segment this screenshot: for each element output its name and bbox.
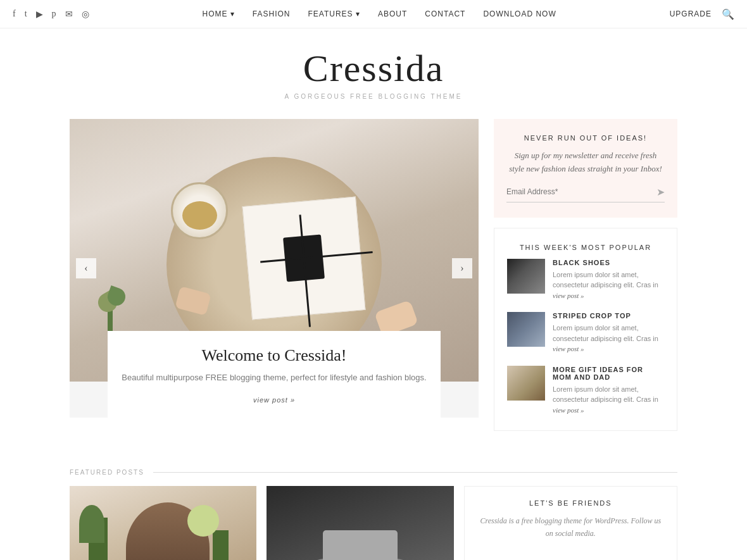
featured-image-1 — [70, 486, 256, 560]
email-input-wrap: ➤ — [506, 186, 665, 202]
popular-post-title-3: MORE GIFT IDEAS FOR MOM AND DAD — [553, 366, 664, 381]
send-icon[interactable]: ➤ — [656, 186, 665, 198]
featured-image-2 — [267, 486, 453, 560]
popular-info-2: STRIPED CROP TOP Lorem ipsum dolor sit a… — [553, 312, 664, 354]
site-header: Cressida A GORGEOUS FREE BLOGGING THEME — [0, 28, 747, 113]
popular-excerpt-2: Lorem ipsum dolor sit amet, consectetur … — [553, 323, 664, 354]
slider-caption: Welcome to Cressida! Beautiful multipurp… — [108, 331, 441, 418]
slider-next-button[interactable]: › — [452, 258, 472, 278]
search-icon[interactable]: 🔍 — [722, 8, 734, 20]
featured-grid: LET'S BE FRIENDS Cressida is a free blog… — [70, 486, 677, 560]
popular-item-3: MORE GIFT IDEAS FOR MOM AND DAD Lorem ip… — [507, 366, 664, 416]
hero-slider: ‹ › Welcome to Cressida! Beautiful multi… — [70, 119, 479, 418]
popular-info-3: MORE GIFT IDEAS FOR MOM AND DAD Lorem ip… — [553, 366, 664, 416]
nav-home[interactable]: HOME ▾ — [202, 9, 234, 18]
section-header: FEATURED POSTS — [70, 469, 677, 476]
popular-excerpt-1: Lorem ipsum dolor sit amet, consectetur … — [553, 270, 664, 301]
popular-link-2[interactable]: view post » — [553, 345, 584, 352]
upgrade-link[interactable]: UPGRADE — [670, 9, 712, 18]
newsletter-text: Sign up for my newsletter and receive fr… — [506, 149, 665, 176]
featured-card-2 — [267, 486, 453, 560]
email-icon[interactable]: ✉ — [65, 9, 73, 20]
facebook-icon[interactable]: f — [13, 9, 16, 19]
email-input[interactable] — [506, 187, 656, 196]
newsletter-title: NEVER RUN OUT OF IDEAS! — [506, 134, 665, 142]
popular-thumb-2 — [507, 312, 545, 347]
sidebar: NEVER RUN OUT OF IDEAS! Sign up for my n… — [494, 119, 677, 431]
twitter-icon[interactable]: t — [25, 9, 27, 19]
content-column: ‹ › Welcome to Cressida! Beautiful multi… — [70, 119, 479, 431]
main-content: ‹ › Welcome to Cressida! Beautiful multi… — [0, 119, 747, 431]
lets-be-friends-text: Cressida is a free blogging theme for Wo… — [477, 514, 664, 540]
site-title: Cressida — [13, 47, 734, 89]
site-tagline: A GORGEOUS FREE BLOGGING THEME — [13, 93, 734, 100]
nav-contact[interactable]: CONTACT — [425, 9, 465, 18]
lets-be-friends-title: LET'S BE FRIENDS — [477, 499, 664, 507]
popular-thumb-3 — [507, 366, 545, 401]
section-divider — [153, 472, 677, 473]
slider-view-post-link[interactable]: view post » — [253, 396, 295, 404]
nav-features[interactable]: FEATURES ▾ — [308, 9, 360, 18]
featured-card-1 — [70, 486, 256, 560]
slider-post-title: Welcome to Cressida! — [120, 346, 428, 365]
popular-thumb-1 — [507, 259, 545, 294]
popular-posts-title: THIS WEEK'S MOST POPULAR — [507, 244, 664, 251]
popular-item-2: STRIPED CROP TOP Lorem ipsum dolor sit a… — [507, 312, 664, 354]
nav-fashion[interactable]: FASHION — [253, 9, 291, 18]
social-icons: f t ▶ p ✉ ◎ — [13, 9, 89, 20]
popular-post-title-1: BLACK SHOES — [553, 259, 664, 266]
nav-download[interactable]: DOWNLOAD NOW — [483, 9, 556, 18]
top-bar: f t ▶ p ✉ ◎ HOME ▾ FASHION FEATURES ▾ AB… — [0, 0, 747, 28]
featured-section: FEATURED POSTS — [0, 450, 747, 560]
popular-info-1: BLACK SHOES Lorem ipsum dolor sit amet, … — [553, 259, 664, 301]
featured-label: FEATURED POSTS — [70, 469, 144, 476]
pinterest-icon[interactable]: p — [52, 9, 56, 19]
popular-link-3[interactable]: view post » — [553, 406, 584, 414]
slider-post-desc: Beautiful multipurpose FREE blogging the… — [120, 371, 428, 385]
slider-prev-button[interactable]: ‹ — [76, 258, 96, 278]
nav-about[interactable]: ABOUT — [378, 9, 407, 18]
popular-posts-widget: THIS WEEK'S MOST POPULAR BLACK SHOES Lor… — [494, 228, 677, 432]
youtube-icon[interactable]: ▶ — [36, 9, 43, 20]
lets-be-friends-widget: LET'S BE FRIENDS Cressida is a free blog… — [464, 486, 677, 560]
popular-item: BLACK SHOES Lorem ipsum dolor sit amet, … — [507, 259, 664, 301]
popular-excerpt-3: Lorem ipsum dolor sit amet, consectetur … — [553, 384, 664, 416]
nav-right: UPGRADE 🔍 — [670, 8, 734, 20]
newsletter-widget: NEVER RUN OUT OF IDEAS! Sign up for my n… — [494, 119, 677, 218]
popular-post-title-2: STRIPED CROP TOP — [553, 312, 664, 320]
instagram-icon[interactable]: ◎ — [82, 9, 89, 20]
main-nav: HOME ▾ FASHION FEATURES ▾ ABOUT CONTACT … — [202, 9, 556, 18]
popular-link-1[interactable]: view post » — [553, 292, 584, 299]
